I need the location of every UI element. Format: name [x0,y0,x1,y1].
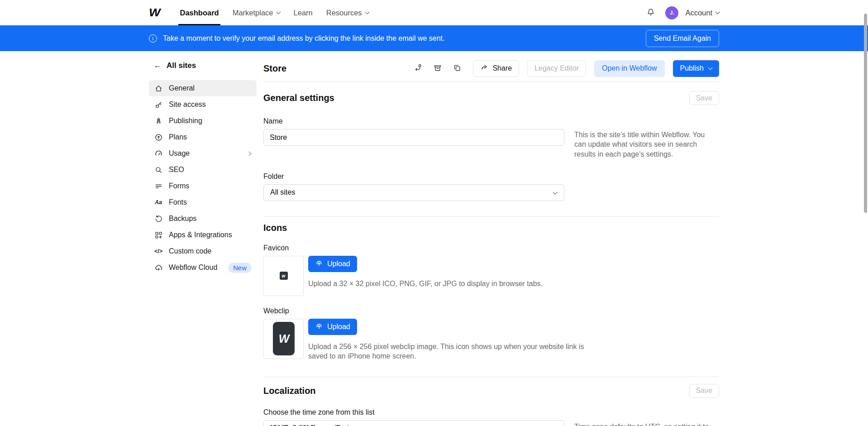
icons-section: Icons Favicon w Upload Upload a 32 × 32 … [263,223,719,361]
search-icon [154,165,163,174]
share-label: Share [492,64,512,72]
sidebar-item-backups[interactable]: Backups [149,211,257,227]
save-button[interactable]: Save [689,91,719,105]
name-help-text: This is the site's title within Webflow.… [574,130,710,159]
new-badge: New [228,263,252,273]
share-arrow-icon [480,63,488,73]
save-button[interactable]: Save [689,384,719,398]
webclip-upload-button[interactable]: Upload [308,319,357,335]
account-menu[interactable]: Account [685,9,719,17]
webflow-logo-icon[interactable]: W [149,6,159,19]
favicon-image: w [280,272,288,280]
home-icon [154,84,163,93]
sidebar-item-site-access[interactable]: Site access [149,96,257,113]
key-icon [154,100,163,109]
nav-item-dashboard[interactable]: Dashboard [173,0,225,25]
banner-message: Take a moment to verify your email addre… [163,34,445,43]
back-arrow-icon: ← [153,61,162,70]
name-label: Name [263,117,719,125]
sidebar-item-label: Custom code [169,247,252,255]
fonts-aa-icon: Aa [154,198,163,207]
account-label: Account [685,9,712,17]
webclip-label: Webclip [263,307,719,315]
section-title: Localization [263,386,316,396]
avatar-initials: J. [670,10,674,15]
timezone-help-text: Time zone defaults to UTC, so setting it… [574,422,710,426]
duplicate-icon [453,63,462,74]
sidebar-item-general[interactable]: General [149,80,257,96]
webclip-preview: W [263,319,304,359]
divider [263,81,719,82]
duplicate-button[interactable] [449,61,465,76]
sidebar-item-label: Plans [169,133,252,141]
folder-select[interactable]: All sites [263,184,564,201]
publish-button[interactable]: Publish [673,60,719,77]
timezone-select[interactable]: [GMT+2:00] Europe/Paris [263,420,564,426]
rocket-icon [154,116,163,125]
sidebar-item-label: SEO [169,166,252,174]
upload-label: Upload [327,323,350,331]
chevron-down-icon [553,190,558,194]
nav-item-label: Resources [326,9,362,17]
sidebar-item-publishing[interactable]: Publishing [149,113,257,129]
sidebar-item-label: Forms [169,182,252,190]
settings-main: Store [263,58,719,426]
site-name-input[interactable] [263,129,564,146]
sidebar-item-usage[interactable]: Usage [149,145,257,162]
divider [263,377,719,377]
upload-icon [315,322,323,332]
share-button[interactable]: Share [473,60,519,77]
nav-item-label: Dashboard [180,9,219,17]
localization-section: Localization Save Choose the time zone f… [263,384,719,426]
general-settings-section: General settings Save Name This is the s… [263,91,719,201]
upload-icon [315,259,323,269]
nav-item-learn[interactable]: Learn [287,0,320,25]
sidebar-item-apps-integrations[interactable]: Apps & Integrations [149,227,257,243]
transfer-site-icon [414,63,423,74]
archive-icon [433,63,442,74]
send-email-again-button[interactable]: Send Email Again [646,30,719,47]
section-title: Icons [263,223,287,233]
folder-select-value: All sites [270,188,295,196]
webclip-image: W [273,322,295,355]
restore-icon [154,214,163,223]
forms-lines-icon [154,182,163,191]
legacy-editor-button[interactable]: Legacy Editor [527,60,586,77]
timezone-select-value: [GMT+2:00] Europe/Paris [270,424,353,426]
sidebar-item-label: Publishing [169,117,252,125]
webclip-help-text: Upload a 256 × 256 pixel webclip image. … [308,342,589,361]
transfer-site-button[interactable] [410,61,426,76]
sidebar-item-label: Backups [169,215,252,223]
open-in-webflow-button[interactable]: Open in Webflow [594,60,665,77]
nav-item-marketplace[interactable]: Marketplace [226,0,287,25]
favicon-help-text: Upload a 32 × 32 pixel ICO, PNG, GIF, or… [308,279,543,289]
sidebar-item-seo[interactable]: SEO [149,162,257,178]
chevron-down-icon [715,10,720,14]
sidebar-item-custom-code[interactable]: </> Custom code [149,243,257,259]
favicon-upload-button[interactable]: Upload [308,256,357,272]
chevron-down-icon [276,10,281,14]
vertical-scrollbar[interactable] [864,14,867,213]
archive-button[interactable] [430,61,445,76]
sidebar-item-label: Apps & Integrations [169,231,252,239]
nav-item-label: Marketplace [233,9,273,17]
sidebar-item-label: Fonts [169,198,252,206]
code-icon: </> [154,247,163,256]
info-icon: i [149,34,157,43]
sidebar-item-fonts[interactable]: Aa Fonts [149,194,257,211]
nav-item-resources[interactable]: Resources [320,0,376,25]
chevron-down-icon [365,10,369,14]
sidebar-item-webflow-cloud[interactable]: Webflow Cloud New [149,259,257,276]
cloud-icon [154,263,163,272]
verify-email-banner: i Take a moment to verify your email add… [0,25,868,51]
avatar[interactable]: J. [665,6,678,19]
chevron-down-icon [708,65,713,70]
notifications-button[interactable] [643,5,658,20]
nav-item-label: Learn [294,9,313,17]
back-to-all-sites[interactable]: ← All sites [149,58,257,70]
sidebar-item-forms[interactable]: Forms [149,178,257,194]
sidebar-item-plans[interactable]: Plans [149,129,257,145]
divider [263,216,719,217]
favicon-label: Favicon [263,244,719,252]
gauge-icon [154,149,163,158]
